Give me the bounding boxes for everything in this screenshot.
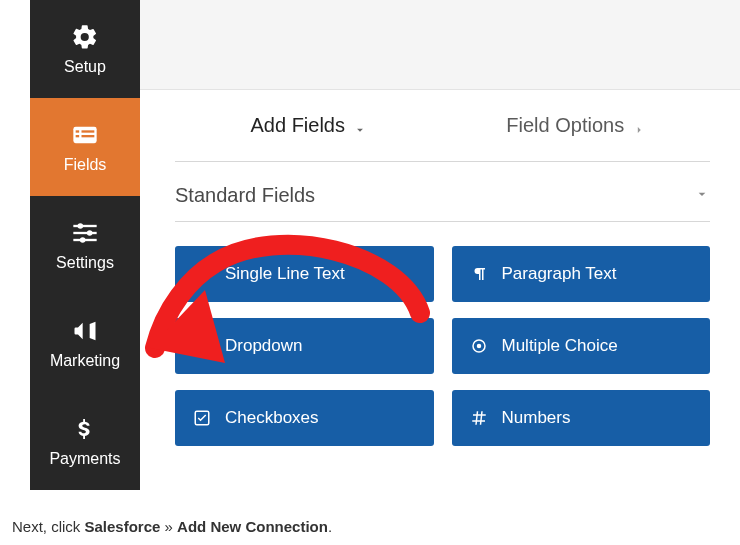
sidebar-item-settings[interactable]: Settings bbox=[30, 196, 140, 294]
field-label: Checkboxes bbox=[225, 408, 319, 428]
dropdown-icon bbox=[193, 337, 211, 355]
field-multiple-choice[interactable]: Multiple Choice bbox=[452, 318, 711, 374]
svg-rect-2 bbox=[82, 130, 95, 132]
sidebar-item-label: Marketing bbox=[50, 352, 120, 370]
tabs: Add Fields Field Options bbox=[175, 90, 710, 162]
field-label: Numbers bbox=[502, 408, 571, 428]
tab-add-fields[interactable]: Add Fields bbox=[175, 90, 443, 161]
field-label: Paragraph Text bbox=[502, 264, 617, 284]
chevron-down-icon bbox=[353, 119, 367, 133]
top-toolbar-blank bbox=[140, 0, 740, 90]
chevron-right-icon bbox=[632, 119, 646, 133]
hash-icon bbox=[470, 409, 488, 427]
checkbox-icon bbox=[193, 409, 211, 427]
svg-rect-7 bbox=[73, 232, 96, 234]
gear-icon bbox=[70, 22, 100, 52]
field-label: Dropdown bbox=[225, 336, 303, 356]
svg-point-6 bbox=[78, 223, 84, 229]
sidebar-item-label: Setup bbox=[64, 58, 106, 76]
svg-rect-3 bbox=[76, 135, 80, 137]
svg-point-8 bbox=[87, 230, 93, 236]
tab-field-options[interactable]: Field Options bbox=[443, 90, 711, 161]
svg-rect-4 bbox=[82, 135, 95, 137]
svg-rect-5 bbox=[73, 225, 96, 227]
radio-icon bbox=[470, 337, 488, 355]
main-panel: Add Fields Field Options Standard Fields bbox=[140, 0, 740, 490]
field-label: Multiple Choice bbox=[502, 336, 618, 356]
paragraph-icon bbox=[470, 265, 488, 283]
sidebar-item-fields[interactable]: Fields bbox=[30, 98, 140, 196]
footer-bold-salesforce: Salesforce bbox=[85, 518, 161, 535]
megaphone-icon bbox=[70, 316, 100, 346]
field-checkboxes[interactable]: Checkboxes bbox=[175, 390, 434, 446]
footer-suffix: . bbox=[328, 518, 332, 535]
sidebar-item-label: Settings bbox=[56, 254, 114, 272]
instruction-text: Next, click Salesforce » Add New Connect… bbox=[12, 518, 332, 535]
sidebar-item-marketing[interactable]: Marketing bbox=[30, 294, 140, 392]
field-numbers[interactable]: Numbers bbox=[452, 390, 711, 446]
footer-prefix: Next, click bbox=[12, 518, 85, 535]
sidebar: Setup Fields Settings Marketing Payments bbox=[30, 0, 140, 490]
field-single-line-text[interactable]: Single Line Text bbox=[175, 246, 434, 302]
sidebar-item-payments[interactable]: Payments bbox=[30, 392, 140, 490]
app-container: Setup Fields Settings Marketing Payments bbox=[0, 0, 740, 490]
text-cursor-icon bbox=[193, 265, 211, 283]
field-paragraph-text[interactable]: Paragraph Text bbox=[452, 246, 711, 302]
field-dropdown[interactable]: Dropdown bbox=[175, 318, 434, 374]
field-grid: Single Line Text Paragraph Text Dropdown bbox=[175, 246, 710, 446]
sidebar-item-setup[interactable]: Setup bbox=[30, 0, 140, 98]
sidebar-item-label: Payments bbox=[49, 450, 120, 468]
sidebar-item-label: Fields bbox=[64, 156, 107, 174]
footer-bold-add-connection: Add New Connection bbox=[177, 518, 328, 535]
section-header[interactable]: Standard Fields bbox=[175, 184, 710, 222]
chevron-down-icon bbox=[694, 184, 710, 207]
svg-point-13 bbox=[476, 344, 481, 349]
svg-rect-1 bbox=[76, 130, 80, 132]
sliders-icon bbox=[70, 218, 100, 248]
tab-label: Field Options bbox=[506, 114, 624, 137]
svg-point-10 bbox=[80, 237, 86, 243]
footer-sep: » bbox=[160, 518, 177, 535]
standard-fields-section: Standard Fields Single Line Text Para bbox=[140, 162, 740, 446]
list-icon bbox=[70, 120, 100, 150]
dollar-icon bbox=[70, 414, 100, 444]
section-title: Standard Fields bbox=[175, 184, 315, 207]
tab-label: Add Fields bbox=[251, 114, 346, 137]
field-label: Single Line Text bbox=[225, 264, 345, 284]
